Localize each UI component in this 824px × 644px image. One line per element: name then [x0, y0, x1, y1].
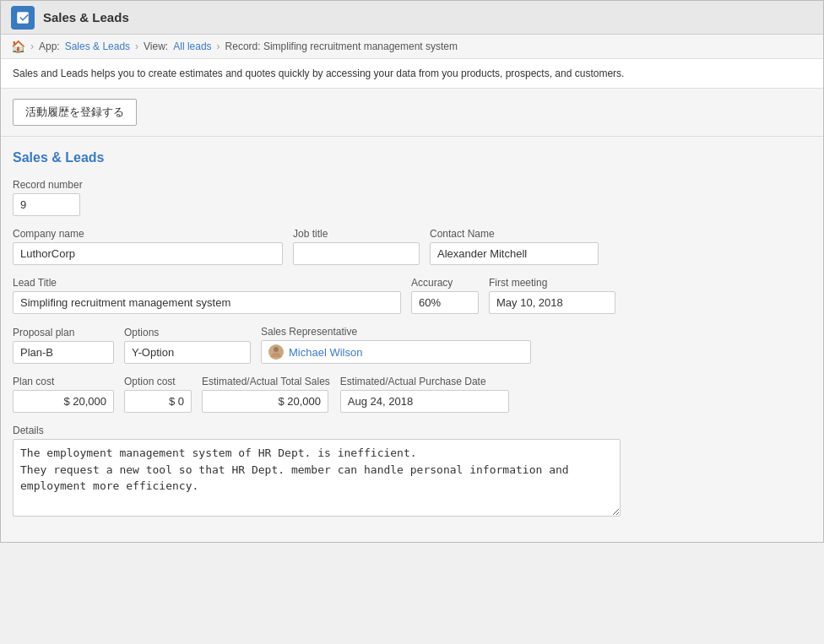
options-field: Options	[124, 327, 251, 364]
option-cost-field: Option cost	[124, 376, 192, 413]
options-input[interactable]	[124, 341, 251, 364]
total-sales-input[interactable]	[202, 390, 328, 413]
app-icon	[11, 6, 35, 30]
company-name-label: Company name	[13, 228, 283, 240]
plan-cost-label: Plan cost	[13, 376, 114, 387]
company-name-field: Company name	[13, 228, 283, 265]
info-bar: Sales and Leads helps you to create esti…	[1, 59, 823, 89]
sales-rep-field-container: Sales Representative Michael Wilson	[261, 326, 531, 364]
option-cost-input[interactable]	[124, 390, 192, 413]
purchase-date-field: Estimated/Actual Purchase Date	[340, 376, 509, 413]
breadcrumb-view-link[interactable]: All leads	[173, 41, 211, 52]
total-sales-field: Estimated/Actual Total Sales	[202, 376, 330, 413]
option-cost-label: Option cost	[124, 376, 192, 387]
record-number-field: Record number	[13, 179, 83, 216]
details-field: Details The employment management system…	[13, 425, 811, 517]
sales-rep-label: Sales Representative	[261, 326, 531, 338]
plan-cost-field: Plan cost	[13, 376, 114, 413]
plan-options-rep-group: Proposal plan Options Sales Representati…	[13, 326, 811, 364]
home-icon[interactable]: 🏠	[11, 40, 25, 53]
job-title-input[interactable]	[293, 242, 420, 265]
lead-title-label: Lead Title	[13, 277, 401, 289]
company-name-input[interactable]	[13, 242, 283, 265]
purchase-date-input[interactable]	[340, 390, 509, 413]
proposal-plan-label: Proposal plan	[13, 327, 114, 338]
job-title-label: Job title	[293, 228, 420, 240]
breadcrumb: 🏠 › App: Sales & Leads › View: All leads…	[1, 35, 823, 59]
breadcrumb-app-link[interactable]: Sales & Leads	[65, 41, 130, 52]
contact-name-input[interactable]	[430, 242, 599, 265]
first-meeting-input[interactable]	[489, 291, 615, 314]
sales-rep-avatar	[268, 344, 284, 360]
first-meeting-field: First meeting	[489, 277, 615, 314]
accuracy-field: Accuracy	[411, 277, 479, 314]
contact-name-label: Contact Name	[430, 228, 599, 240]
info-text: Sales and Leads helps you to create esti…	[13, 68, 624, 79]
breadcrumb-app-label: App:	[39, 41, 60, 52]
lead-title-input[interactable]	[13, 291, 401, 314]
app-title: Sales & Leads	[43, 10, 129, 24]
details-textarea[interactable]: The employment management system of HR D…	[13, 439, 621, 517]
lead-accuracy-meeting-group: Lead Title Accuracy First meeting	[13, 277, 811, 314]
proposal-plan-input[interactable]	[13, 341, 114, 364]
purchase-date-label: Estimated/Actual Purchase Date	[340, 376, 509, 387]
job-title-field: Job title	[293, 228, 420, 265]
record-number-group: Record number	[13, 179, 811, 216]
details-label: Details	[13, 425, 811, 436]
total-sales-label: Estimated/Actual Total Sales	[202, 376, 330, 387]
action-bar: 活動履歴を登録する	[1, 89, 823, 137]
section-title: Sales & Leads	[13, 150, 811, 165]
register-activity-button[interactable]: 活動履歴を登録する	[13, 99, 137, 126]
breadcrumb-record: Record: Simplifing recruitment managemen…	[225, 41, 458, 52]
svg-point-0	[274, 347, 279, 352]
first-meeting-label: First meeting	[489, 277, 615, 289]
accuracy-label: Accuracy	[411, 277, 479, 289]
form-section: Sales & Leads Record number Company name…	[13, 150, 811, 517]
company-job-contact-group: Company name Job title Contact Name	[13, 228, 811, 265]
accuracy-input[interactable]	[411, 291, 479, 314]
costs-group: Plan cost Option cost Estimated/Actual T…	[13, 376, 811, 413]
contact-name-field: Contact Name	[430, 228, 599, 265]
record-number-input[interactable]	[13, 193, 80, 216]
sales-rep-name: Michael Wilson	[289, 346, 362, 359]
lead-title-field: Lead Title	[13, 277, 401, 314]
plan-cost-input[interactable]	[13, 390, 114, 413]
app-header: Sales & Leads	[1, 1, 823, 35]
main-content: Sales & Leads Record number Company name…	[1, 137, 823, 542]
sales-rep-display[interactable]: Michael Wilson	[261, 340, 531, 364]
breadcrumb-view-label: View:	[144, 41, 168, 52]
options-label: Options	[124, 327, 251, 338]
record-number-label: Record number	[13, 179, 83, 191]
proposal-plan-field: Proposal plan	[13, 327, 114, 364]
